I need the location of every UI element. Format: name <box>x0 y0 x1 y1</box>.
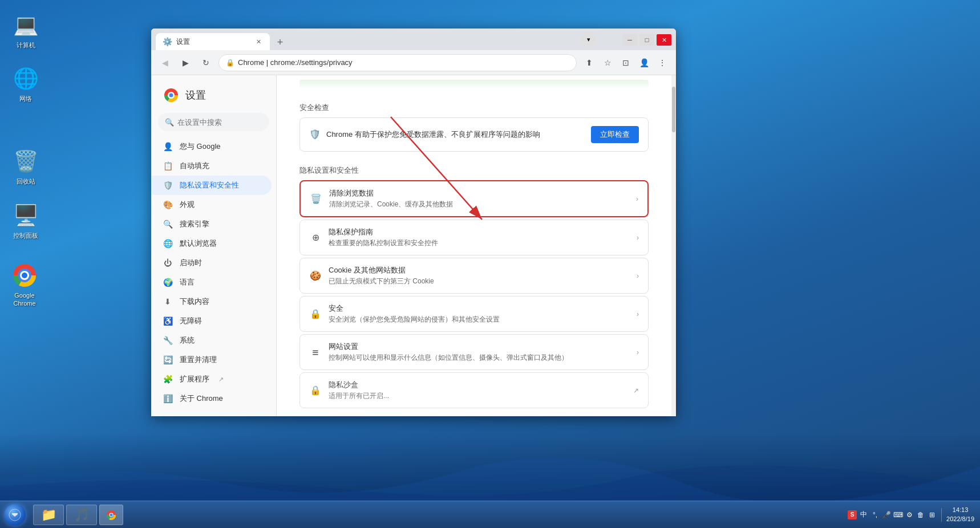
new-tab-button[interactable]: + <box>272 34 288 50</box>
security-desc: 安全浏览（保护您免受危险网站的侵害）和其他安全设置 <box>329 315 630 324</box>
address-url: Chrome | chrome://settings/privacy <box>238 58 569 67</box>
sidebar-item-system[interactable]: 🔧 系统 <box>151 331 272 350</box>
sidebar-item-you-and-google[interactable]: 👤 您与 Google <box>151 137 272 156</box>
chrome-taskbar-icon <box>106 509 117 521</box>
sidebar-item-autofill[interactable]: 📋 自动填充 <box>151 156 272 176</box>
recycle-icon: 🗑️ <box>12 148 39 175</box>
desktop-icon-chrome[interactable]: Google Chrome <box>5 259 44 310</box>
taskbar-item-chrome[interactable] <box>99 505 123 525</box>
sidebar-label-on-startup: 启动时 <box>180 258 202 268</box>
site-settings-content: 网站设置 控制网站可以使用和显示什么信息（如位置信息、摄像头、弹出式窗口及其他） <box>329 342 630 363</box>
privacy-section-title: 隐私设置和安全性 <box>299 165 649 176</box>
sidebar-label-system: 系统 <box>180 335 195 346</box>
tray-mic-icon[interactable]: 🎤 <box>882 510 891 519</box>
sandbox-title: 隐私沙盒 <box>329 380 626 390</box>
desktop-icon-computer[interactable]: 💻 计算机 <box>6 9 46 51</box>
sidebar-label-autofill: 自动填充 <box>180 161 209 171</box>
bookmark-button[interactable]: ☆ <box>600 55 615 71</box>
tab-close-button[interactable]: ✕ <box>254 37 263 46</box>
address-security-icon: 🔒 <box>226 59 234 67</box>
forward-button[interactable]: ▶ <box>177 55 193 71</box>
sidebar-item-about-chrome[interactable]: ℹ️ 关于 Chrome <box>151 389 272 408</box>
taskbar-item-folder[interactable]: 📁 <box>33 505 64 525</box>
tray-extra-icon[interactable]: ⊞ <box>928 510 937 519</box>
downloads-icon: ⬇ <box>163 297 173 307</box>
privacy-item-clear-browsing[interactable]: 🗑️ 清除浏览数据 清除浏览记录、Cookie、缓存及其他数据 › <box>299 180 649 217</box>
safety-check-section-title: 安全检查 <box>299 103 649 113</box>
desktop-wave <box>0 455 980 501</box>
external-link-icon: ↗ <box>218 376 224 383</box>
system-icon: 🔧 <box>163 335 173 346</box>
sidebar-header: 设置 <box>151 81 276 113</box>
folder-icon: 📁 <box>39 506 58 524</box>
close-button[interactable]: ✕ <box>657 34 671 46</box>
privacy-guide-arrow: › <box>637 234 639 242</box>
reset-icon: 🔄 <box>163 355 173 365</box>
tab-title: 设置 <box>176 37 249 47</box>
start-button[interactable] <box>0 501 30 529</box>
sidebar-item-reset[interactable]: 🔄 重置并清理 <box>151 350 272 369</box>
menu-button[interactable]: ⋮ <box>654 55 670 71</box>
tabs-button[interactable]: ⊡ <box>618 55 634 71</box>
taskbar: 📁 🎵 S 中 °, 🎤 <box>0 501 980 528</box>
desktop-icon-network[interactable]: 🌐 网络 <box>6 63 46 105</box>
search-engine-icon: 🔍 <box>163 219 173 229</box>
chrome-label: Google Chrome <box>7 291 42 308</box>
cookies-icon: 🍪 <box>309 270 322 282</box>
svg-point-6 <box>169 94 173 98</box>
media-player-icon: 🎵 <box>72 506 91 524</box>
taskbar-item-media[interactable]: 🎵 <box>66 505 97 525</box>
tray-trash-icon[interactable]: 🗑 <box>916 510 925 519</box>
chrome-tab-active[interactable]: ⚙️ 设置 ✕ <box>156 33 270 50</box>
maximize-button[interactable]: □ <box>639 34 654 46</box>
check-now-button[interactable]: 立即检查 <box>591 126 639 143</box>
sidebar-item-search-engine[interactable]: 🔍 搜索引擎 <box>151 214 272 234</box>
settings-search-input[interactable] <box>177 118 273 127</box>
taskbar-clock: 14:13 2022/8/19 <box>946 506 974 523</box>
tab-dropdown-button[interactable]: ▾ <box>581 32 596 47</box>
computer-label: 计算机 <box>17 41 35 49</box>
desktop-icon-control-panel[interactable]: 🖥️ 控制面板 <box>6 200 46 242</box>
reload-button[interactable]: ↻ <box>198 55 214 71</box>
scrollbar[interactable] <box>671 75 676 416</box>
control-panel-label: 控制面板 <box>13 231 38 239</box>
address-bar[interactable]: 🔒 Chrome | chrome://settings/privacy <box>218 54 577 71</box>
sidebar-item-accessibility[interactable]: ♿ 无障碍 <box>151 311 272 331</box>
svg-point-4 <box>22 273 27 278</box>
privacy-item-cookies[interactable]: 🍪 Cookie 及其他网站数据 已阻止无痕模式下的第三方 Cookie › <box>299 258 649 294</box>
nav-right-icons: ⬆ ☆ ⊡ 👤 ⋮ <box>581 55 670 71</box>
sidebar-label-reset: 重置并清理 <box>180 355 217 365</box>
minimize-button[interactable]: ─ <box>622 34 637 46</box>
sidebar-item-extensions[interactable]: 🧩 扩展程序 ↗ <box>151 369 272 389</box>
person-icon: 👤 <box>163 141 173 152</box>
scroll-thumb[interactable] <box>672 87 675 132</box>
settings-search-bar[interactable]: 🔍 <box>158 113 269 131</box>
sandbox-content: 隐私沙盒 适用于所有已开启... <box>329 380 626 401</box>
profile-button[interactable]: 👤 <box>636 55 652 71</box>
sidebar-item-downloads[interactable]: ⬇ 下载内容 <box>151 292 272 311</box>
sidebar-item-on-startup[interactable]: ⏻ 启动时 <box>151 253 272 273</box>
tray-settings-icon[interactable]: ⚙ <box>905 510 914 519</box>
sogou-icon[interactable]: S <box>848 510 857 519</box>
safety-check-description: Chrome 有助于保护您免受数据泄露、不良扩展程序等问题的影响 <box>326 129 540 140</box>
recycle-label: 回收站 <box>17 177 35 185</box>
share-button[interactable]: ⬆ <box>581 55 597 71</box>
privacy-icon: 🛡️ <box>163 180 173 190</box>
sandbox-icon: 🔒 <box>309 384 322 397</box>
sidebar-item-privacy[interactable]: 🛡️ 隐私设置和安全性 <box>151 176 272 195</box>
back-button[interactable]: ◀ <box>157 55 173 71</box>
tray-dot1: °, <box>870 510 880 519</box>
sidebar-label-appearance: 外观 <box>180 200 195 210</box>
privacy-item-sandbox[interactable]: 🔒 隐私沙盒 适用于所有已开启... ↗ <box>299 372 649 408</box>
autofill-icon: 📋 <box>163 161 173 171</box>
desktop-icon-recycle[interactable]: 🗑️ 回收站 <box>6 145 46 188</box>
sidebar-item-appearance[interactable]: 🎨 外观 <box>151 195 272 214</box>
privacy-item-guide[interactable]: ⊕ 隐私保护指南 检查重要的隐私控制设置和安全控件 › <box>299 220 649 255</box>
chrome-logo-icon <box>163 87 180 104</box>
tray-keyboard-icon[interactable]: ⌨ <box>893 510 902 519</box>
sidebar-item-default-browser[interactable]: 🌐 默认浏览器 <box>151 234 272 253</box>
sidebar-item-language[interactable]: 🌍 语言 <box>151 273 272 292</box>
privacy-item-security[interactable]: 🔒 安全 安全浏览（保护您免受危险网站的侵害）和其他安全设置 › <box>299 296 649 332</box>
privacy-item-site-settings[interactable]: ≡ 网站设置 控制网站可以使用和显示什么信息（如位置信息、摄像头、弹出式窗口及其… <box>299 334 649 370</box>
clear-browsing-desc: 清除浏览记录、Cookie、缓存及其他数据 <box>329 200 629 209</box>
